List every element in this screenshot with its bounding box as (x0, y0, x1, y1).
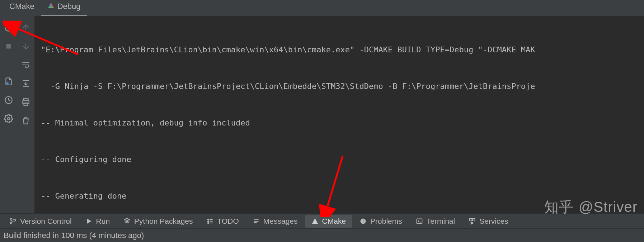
svg-point-5 (6, 82, 9, 85)
tab-debug-label: Debug (57, 2, 81, 11)
bottom-cmake-label: CMake (322, 217, 346, 226)
svg-marker-13 (87, 219, 91, 223)
bottom-python-packages[interactable]: Python Packages (117, 215, 199, 228)
tab-cmake-label: CMake (9, 2, 34, 11)
cmake-logo-icon (47, 2, 55, 11)
svg-point-16 (207, 220, 208, 222)
bottom-run-label: Run (96, 217, 110, 226)
bottom-version-control-label: Version Control (20, 217, 72, 226)
svg-point-14 (207, 219, 208, 220)
left-toolbar (0, 16, 34, 213)
svg-marker-31 (471, 222, 474, 224)
bottom-messages-label: Messages (263, 217, 298, 226)
bottom-python-packages-label: Python Packages (134, 217, 193, 226)
console-line: -- Minimal optimization, debug info incl… (41, 117, 638, 129)
bottom-todo[interactable]: TODO (200, 215, 245, 228)
svg-marker-23 (312, 218, 318, 224)
stop-button[interactable] (3, 40, 15, 52)
tab-debug[interactable]: Debug (41, 0, 87, 16)
history-button[interactable] (3, 94, 15, 106)
svg-rect-29 (470, 218, 472, 221)
bottom-problems-label: Problems (370, 217, 402, 226)
scroll-to-end-button[interactable] (20, 77, 32, 90)
svg-rect-26 (363, 222, 363, 223)
toolbar-column-b (17, 16, 34, 213)
bottom-services-label: Services (479, 217, 508, 226)
bottom-run[interactable]: Run (79, 215, 117, 228)
watermark-author: @Striver (579, 199, 638, 215)
console-line: -G Ninja -S F:\Programmer\JetBrainsProje… (41, 80, 638, 92)
bottom-messages[interactable]: Messages (246, 215, 304, 228)
svg-point-7 (8, 118, 10, 120)
svg-point-11 (10, 218, 12, 220)
top-tab-bar: CMake Debug (0, 0, 644, 16)
toolbar-column-a (0, 16, 17, 213)
bottom-services[interactable]: Services (462, 215, 515, 228)
tab-cmake[interactable]: CMake (3, 0, 41, 16)
console-output[interactable]: "E:\Program Files\JetBrains\CLion\bin\cm… (34, 16, 644, 213)
watermark-site: 知乎 (544, 197, 574, 217)
svg-rect-27 (417, 219, 422, 223)
bottom-terminal-label: Terminal (427, 217, 455, 226)
svg-rect-30 (473, 218, 475, 221)
svg-point-12 (10, 222, 12, 224)
bottom-cmake[interactable]: CMake (305, 215, 353, 228)
up-arrow-button[interactable] (20, 22, 32, 34)
status-text: Build finished in 100 ms (4 minutes ago) (4, 231, 144, 240)
bottom-problems[interactable]: Problems (353, 215, 409, 228)
bottom-terminal[interactable]: Terminal (409, 215, 461, 228)
print-button[interactable] (20, 96, 32, 108)
open-settings-file-button[interactable] (3, 75, 15, 87)
soft-wrap-button[interactable] (20, 59, 32, 71)
svg-point-18 (207, 222, 208, 223)
reload-button[interactable] (3, 22, 15, 34)
status-bar: Build finished in 100 ms (4 minutes ago) (0, 228, 644, 242)
svg-rect-4 (6, 44, 11, 49)
main-area: "E:\Program Files\JetBrains\CLion\bin\cm… (0, 16, 644, 213)
down-arrow-button[interactable] (20, 40, 32, 52)
watermark: 知乎 @Striver (544, 197, 638, 217)
svg-rect-25 (363, 219, 363, 222)
bottom-version-control[interactable]: Version Control (3, 215, 78, 228)
console-line: "E:\Program Files\JetBrains\CLion\bin\cm… (41, 44, 638, 56)
settings-button[interactable] (3, 113, 15, 125)
console-line: -- Configuring done (41, 153, 638, 166)
clear-button[interactable] (20, 115, 32, 127)
bottom-todo-label: TODO (217, 217, 239, 226)
